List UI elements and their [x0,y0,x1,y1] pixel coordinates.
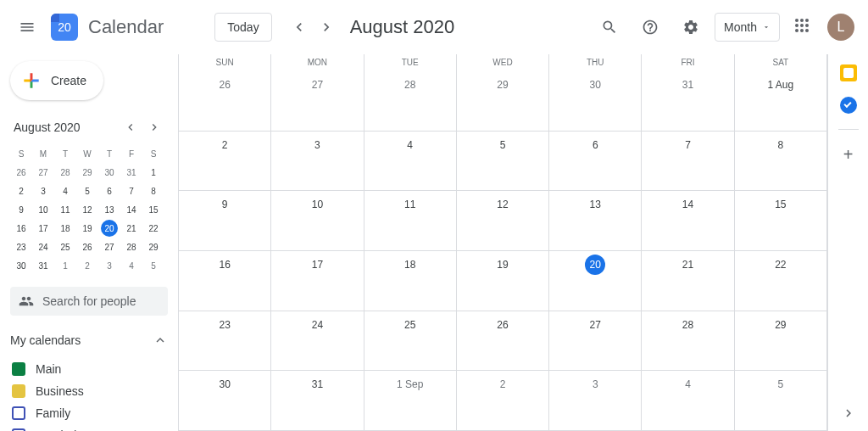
next-month-button[interactable] [313,14,340,41]
mini-cal-day[interactable]: 29 [142,238,164,256]
mini-cal-day[interactable]: 16 [10,219,32,238]
day-cell[interactable]: 6 [549,132,642,192]
mini-cal-day[interactable]: 5 [142,256,164,275]
mini-cal-day[interactable]: 3 [98,256,120,275]
day-cell[interactable]: 28 [364,71,457,132]
mini-cal-day[interactable]: 26 [76,238,98,256]
search-button[interactable] [593,10,626,44]
day-cell[interactable]: 4 [364,132,457,192]
day-cell[interactable]: 11 [364,191,457,251]
keep-addon[interactable] [840,64,857,81]
day-cell[interactable]: 13 [549,191,642,251]
mini-cal-day[interactable]: 31 [120,163,142,182]
mini-cal-day[interactable]: 8 [142,182,164,200]
hide-panel-button[interactable] [841,406,856,421]
day-cell[interactable]: 2 [457,371,549,431]
mini-cal-day[interactable]: 12 [76,200,98,219]
mini-cal-day[interactable]: 31 [32,256,54,275]
calendar-item[interactable]: Family [10,402,168,424]
view-selector[interactable]: Month [715,13,780,42]
mini-cal-day[interactable]: 22 [142,219,164,238]
mini-cal-day[interactable]: 23 [10,238,32,256]
day-cell[interactable]: 18 [364,251,457,311]
mini-cal-day[interactable]: 2 [76,256,98,275]
mini-prev-button[interactable] [120,117,141,137]
day-cell[interactable]: 21 [642,251,734,311]
search-people-input[interactable]: Search for people [10,287,168,316]
mini-cal-day[interactable]: 9 [10,200,32,219]
day-cell[interactable]: 30 [179,371,271,431]
help-button[interactable] [633,10,667,44]
prev-month-button[interactable] [286,14,313,41]
day-cell[interactable]: 3 [271,132,364,192]
mini-cal-day[interactable]: 2 [10,182,32,200]
mini-cal-day[interactable]: 27 [98,238,120,256]
mini-cal-day[interactable]: 13 [98,200,120,219]
day-cell[interactable]: 14 [642,191,734,251]
mini-cal-day[interactable]: 28 [54,163,76,182]
day-cell[interactable]: 20 [549,251,642,311]
mini-cal-day[interactable]: 18 [54,219,76,238]
day-cell[interactable]: 26 [457,311,549,372]
day-cell[interactable]: 7 [642,132,734,192]
day-cell[interactable]: 31 [642,71,734,132]
day-cell[interactable]: 25 [364,311,457,372]
day-cell[interactable]: 23 [179,311,271,372]
logo[interactable]: 20 Calendar [51,14,164,41]
mini-cal-day[interactable]: 14 [120,200,142,219]
mini-cal-day[interactable]: 15 [142,200,164,219]
day-cell[interactable]: 9 [179,191,271,251]
day-cell[interactable]: 29 [457,71,549,132]
mini-cal-day[interactable]: 5 [76,182,98,200]
day-cell[interactable]: 28 [642,311,734,372]
mini-cal-day[interactable]: 25 [54,238,76,256]
calendar-checkbox[interactable] [12,406,25,420]
mini-cal-day[interactable]: 27 [32,163,54,182]
day-cell[interactable]: 31 [271,371,364,431]
calendar-checkbox[interactable] [12,384,25,398]
day-cell[interactable]: 1 Aug [735,71,827,132]
day-cell[interactable]: 4 [642,371,734,431]
tasks-addon[interactable] [840,97,857,114]
calendar-item[interactable]: Business [10,380,168,402]
day-cell[interactable]: 15 [735,191,827,251]
mini-cal-day[interactable]: 30 [98,163,120,182]
mini-cal-day[interactable]: 20 [101,220,118,237]
day-cell[interactable]: 5 [735,371,827,431]
mini-cal-day[interactable]: 10 [32,200,54,219]
day-cell[interactable]: 29 [735,311,827,372]
mini-cal-day[interactable]: 6 [98,182,120,200]
mini-cal-day[interactable]: 24 [32,238,54,256]
day-cell[interactable]: 19 [457,251,549,311]
mini-cal-day[interactable]: 29 [76,163,98,182]
day-cell[interactable]: 2 [179,132,271,192]
mini-cal-day[interactable]: 4 [120,256,142,275]
mini-cal-day[interactable]: 4 [54,182,76,200]
day-cell[interactable]: 27 [271,71,364,132]
day-cell[interactable]: 30 [549,71,642,132]
day-cell[interactable]: 27 [549,311,642,372]
main-menu-button[interactable] [7,7,47,48]
mini-cal-day[interactable]: 28 [120,238,142,256]
mini-cal-day[interactable]: 21 [120,219,142,238]
day-cell[interactable]: 3 [549,371,642,431]
calendar-checkbox[interactable] [12,362,25,376]
mini-cal-day[interactable]: 26 [10,163,32,182]
day-cell[interactable]: 12 [457,191,549,251]
mini-cal-day[interactable]: 1 [142,163,164,182]
mini-cal-day[interactable]: 11 [54,200,76,219]
mini-month-title[interactable]: August 2020 [14,120,81,134]
day-cell[interactable]: 22 [735,251,827,311]
create-button[interactable]: Create [10,61,103,100]
settings-button[interactable] [674,10,708,44]
calendar-item[interactable]: Main [10,358,168,380]
day-cell[interactable]: 26 [179,71,271,132]
mini-cal-day[interactable]: 7 [120,182,142,200]
day-cell[interactable]: 17 [271,251,364,311]
mini-cal-day[interactable]: 3 [32,182,54,200]
today-button[interactable]: Today [214,13,271,42]
day-cell[interactable]: 1 Sep [364,371,457,431]
mini-cal-day[interactable]: 30 [10,256,32,275]
calendar-item[interactable]: Reminders [10,424,168,431]
get-addons-button[interactable]: + [843,145,854,165]
